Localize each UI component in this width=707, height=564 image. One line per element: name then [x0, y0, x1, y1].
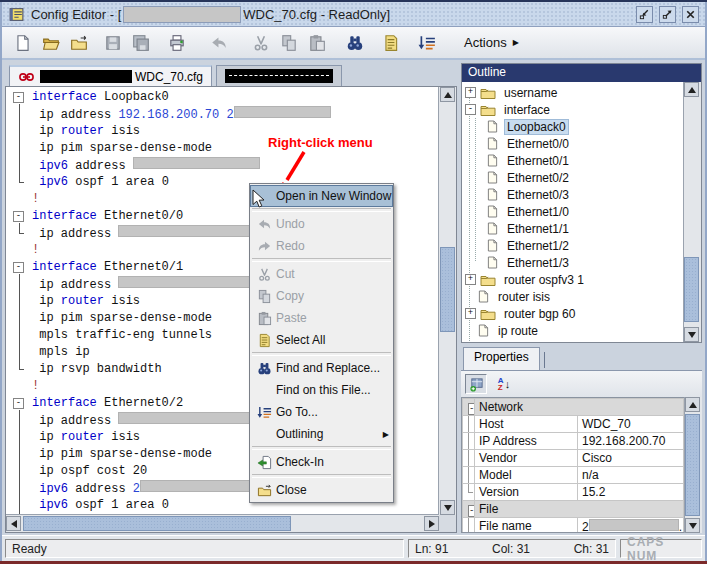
copy-icon — [252, 288, 276, 304]
outline-item-label: Ethernet1/3 — [504, 256, 572, 270]
menu-item-outlining[interactable]: Outlining▶ — [250, 423, 393, 445]
expand-toggle[interactable]: + — [465, 274, 476, 285]
property-group-file[interactable]: -File — [463, 501, 684, 518]
menu-item-check-in[interactable]: Check-In — [250, 451, 393, 473]
scroll-right-button[interactable] — [424, 516, 439, 531]
close-folder-button[interactable] — [66, 30, 92, 56]
outline-item-ethernet1-0[interactable]: Ethernet1/0 — [462, 203, 684, 220]
code-line[interactable]: -interface Loopback0 — [10, 89, 439, 106]
open-folder-button[interactable] — [38, 30, 64, 56]
minimize-button[interactable] — [636, 6, 653, 23]
scrollbar-thumb[interactable] — [440, 247, 455, 332]
scroll-up-button[interactable] — [685, 397, 700, 412]
outline-item-ip-explicit-path-name[interactable]: +ip explicit-path name — [462, 339, 684, 342]
code-line[interactable]: ip router isis — [10, 123, 439, 140]
fold-toggle[interactable]: - — [13, 211, 24, 222]
outline-scrollbar[interactable] — [683, 82, 701, 342]
tab-properties[interactable]: Properties — [463, 347, 540, 370]
undo-button[interactable] — [206, 30, 232, 56]
cut-button[interactable] — [248, 30, 274, 56]
menu-item-select-all[interactable]: Select All — [250, 329, 393, 351]
outline-item-loopback0[interactable]: Loopback0 — [462, 118, 684, 135]
maximize-button[interactable] — [659, 6, 676, 23]
actions-menu-button[interactable]: Actions ▶ — [458, 33, 525, 52]
tab-redacted-file[interactable] — [216, 65, 342, 86]
folder-icon — [480, 307, 498, 321]
paste-button[interactable] — [304, 30, 330, 56]
tab-wdc-70-cfg[interactable]: WDC_70.cfg — [9, 65, 212, 86]
collapse-toggle[interactable]: - — [465, 104, 476, 115]
outline-item-ethernet0-3[interactable]: Ethernet0/3 — [462, 186, 684, 203]
property-row-model[interactable]: Modeln/a — [463, 467, 684, 484]
fold-toggle[interactable]: - — [13, 92, 24, 103]
property-row-file-name[interactable]: File name2. — [463, 518, 684, 534]
column-number: Col: 31 — [492, 542, 530, 556]
scroll-up-button[interactable] — [440, 87, 455, 102]
property-row-host[interactable]: HostWDC_70 — [463, 416, 684, 433]
select-all-button[interactable] — [378, 30, 404, 56]
new-document-button[interactable] — [10, 30, 36, 56]
outline-item-ethernet0-2[interactable]: Ethernet0/2 — [462, 169, 684, 186]
categorized-view-button[interactable] — [465, 374, 487, 394]
scroll-down-button[interactable] — [440, 500, 455, 515]
outline-item-ethernet1-3[interactable]: Ethernet1/3 — [462, 254, 684, 271]
property-row-vendor[interactable]: VendorCisco — [463, 450, 684, 467]
print-button[interactable] — [164, 30, 190, 56]
find-button[interactable] — [342, 30, 368, 56]
scroll-down-button[interactable] — [684, 327, 699, 342]
outline-item-ethernet1-1[interactable]: Ethernet1/1 — [462, 220, 684, 237]
close-button[interactable] — [682, 6, 699, 23]
outline-item-router-isis[interactable]: router isis — [462, 288, 684, 305]
outline-item-interface[interactable]: -interface — [462, 101, 684, 118]
fold-gutter: - — [10, 89, 30, 106]
app-icon — [8, 6, 25, 23]
outline-item-ethernet0-0[interactable]: Ethernet0/0 — [462, 135, 684, 152]
scrollbar-thumb[interactable] — [23, 516, 291, 531]
expand-toggle[interactable]: + — [465, 308, 476, 319]
right-panel: Outline +username-interfaceLoopback0Ethe… — [461, 63, 702, 533]
properties-scrollbar[interactable] — [684, 397, 702, 533]
outline-item-router-bgp-60[interactable]: +router bgp 60 — [462, 305, 684, 322]
menu-item-find-on-this-file[interactable]: Find on this File... — [250, 379, 393, 401]
copy-button[interactable] — [276, 30, 302, 56]
collapse-toggle[interactable]: - — [468, 403, 475, 415]
outline-item-label: Loopback0 — [504, 119, 569, 135]
outline-item-router-ospfv3-1[interactable]: +router ospfv3 1 — [462, 271, 684, 288]
outline-item-ip-route[interactable]: ip route — [462, 322, 684, 339]
editor-vertical-scrollbar[interactable] — [438, 87, 456, 515]
menu-item-close[interactable]: Close — [250, 479, 393, 501]
save-button[interactable] — [100, 30, 126, 56]
outline-item-ethernet0-1[interactable]: Ethernet0/1 — [462, 152, 684, 169]
menu-item-redo[interactable]: Redo — [250, 235, 393, 257]
fold-toggle[interactable]: - — [13, 398, 24, 409]
save-all-button[interactable] — [128, 30, 154, 56]
menu-item-copy[interactable]: Copy — [250, 285, 393, 307]
menu-item-open-in-new-window[interactable]: Open in New Window — [250, 185, 393, 207]
property-row-ip-address[interactable]: IP Address192.168.200.70 — [463, 433, 684, 450]
alphabetical-sort-button[interactable]: AZ ↓ — [493, 374, 515, 394]
code-line[interactable]: ip pim sparse-dense-mode — [10, 140, 439, 157]
scrollbar-thumb[interactable] — [684, 257, 699, 322]
code-line[interactable]: ipv6 address — [10, 157, 439, 174]
outline-item-ethernet1-2[interactable]: Ethernet1/2 — [462, 237, 684, 254]
scroll-up-button[interactable] — [684, 82, 699, 97]
scroll-down-button[interactable] — [685, 518, 700, 533]
expand-toggle[interactable]: + — [465, 87, 476, 98]
property-group-network[interactable]: -Network — [463, 399, 684, 416]
menu-item-go-to[interactable]: Go To... — [250, 401, 393, 423]
code-line[interactable]: ip address 192.168.200.70 2 — [10, 106, 439, 123]
redacted-text — [234, 106, 331, 118]
property-row-version[interactable]: Version15.2 — [463, 484, 684, 501]
goto-button[interactable] — [414, 30, 440, 56]
menu-item-cut[interactable]: Cut — [250, 263, 393, 285]
collapse-toggle[interactable]: - — [468, 505, 475, 517]
menu-item-paste[interactable]: Paste — [250, 307, 393, 329]
scroll-left-button[interactable] — [6, 516, 21, 531]
scrollbar-thumb[interactable] — [685, 414, 700, 516]
menu-item-undo[interactable]: Undo — [250, 213, 393, 235]
outline-item-username[interactable]: +username — [462, 84, 684, 101]
editor-horizontal-scrollbar[interactable] — [6, 514, 439, 532]
menu-item-find-and-replace[interactable]: Find and Replace... — [250, 357, 393, 379]
fold-gutter — [10, 225, 30, 242]
fold-toggle[interactable]: - — [13, 262, 24, 273]
